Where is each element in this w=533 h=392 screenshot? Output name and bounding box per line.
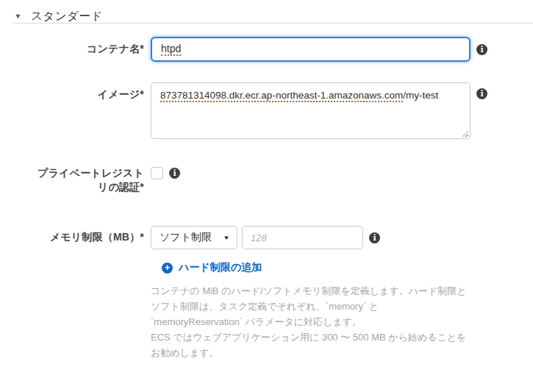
container-name-value: htpd [161, 43, 181, 56]
private-registry-checkbox[interactable] [151, 167, 163, 179]
container-name-row: コンテナ名* htpd i [0, 36, 533, 63]
collapse-caret-icon[interactable]: ▼ [14, 13, 21, 20]
container-name-label: コンテナ名* [0, 43, 144, 56]
memory-limit-type-dropdown[interactable]: ソフト制限 ▼ [151, 226, 237, 249]
memory-limit-info-icon[interactable]: i [369, 232, 380, 243]
add-hard-limit-label: ハード制限の追加 [179, 261, 262, 274]
memory-limit-type-value: ソフト制限 [160, 231, 212, 244]
container-name-info-icon[interactable]: i [476, 44, 487, 55]
memory-limit-label: メモリ制限（MB）* [0, 231, 144, 244]
image-info-icon[interactable]: i [476, 88, 487, 99]
memory-limit-help-text: コンテナの MiB のハード/ソフトメモリ制限を定義します。ハード制限とソフト制… [151, 283, 473, 360]
section-header-standard[interactable]: ▼ スタンダード [0, 0, 533, 23]
private-registry-label: プライベートレジスト リの認証* [0, 166, 144, 194]
image-value-rest: /my-test [403, 90, 438, 101]
plus-circle-icon: + [162, 263, 173, 274]
container-definition-form: ▼ スタンダード コンテナ名* htpd i イメージ* 87378131409… [0, 0, 533, 392]
image-label: イメージ* [0, 82, 144, 101]
memory-limit-row: メモリ制限（MB）* ソフト制限 ▼ i [0, 226, 533, 249]
memory-limit-value-input[interactable] [242, 226, 363, 249]
image-row: イメージ* 873781314098.dkr.ecr.ap-northeast-… [0, 82, 533, 139]
private-registry-label-line1: プライベートレジスト [0, 166, 144, 180]
container-name-input[interactable]: htpd [151, 37, 471, 62]
resize-handle-icon[interactable] [461, 129, 468, 137]
private-registry-row: プライベートレジスト リの認証* i [0, 166, 533, 194]
section-title: スタンダード [31, 9, 103, 24]
chevron-down-icon: ▼ [223, 235, 230, 241]
help-paragraph-2: ECS ではウェブアプリケーション用に 300 〜 500 MB から始めること… [151, 329, 473, 360]
help-paragraph-1: コンテナの MiB のハード/ソフトメモリ制限を定義します。ハード制限とソフト制… [151, 283, 473, 329]
image-textarea[interactable]: 873781314098.dkr.ecr.ap-northeast-1.amaz… [151, 82, 471, 139]
private-registry-info-icon[interactable]: i [169, 168, 180, 179]
private-registry-label-line2: リの認証* [0, 180, 144, 194]
add-hard-limit-link[interactable]: + ハード制限の追加 [162, 261, 262, 274]
image-value-underlined: 873781314098.dkr.ecr.ap-northeast-1.amaz… [160, 90, 403, 102]
